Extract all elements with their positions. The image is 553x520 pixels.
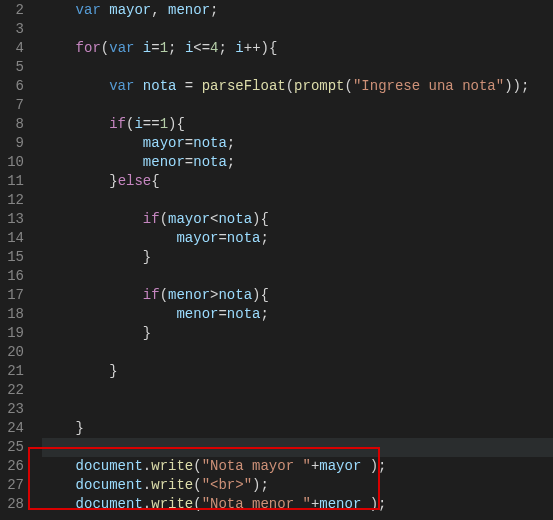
code-line[interactable]: document.write("Nota menor "+menor ); [42, 495, 553, 514]
code-line[interactable]: for(var i=1; i<=4; i++){ [42, 39, 553, 58]
line-number: 18 [0, 305, 24, 324]
line-number: 4 [0, 39, 24, 58]
line-number: 26 [0, 457, 24, 476]
code-line[interactable]: var mayor, menor; [42, 1, 553, 20]
code-line[interactable]: if(menor>nota){ [42, 286, 553, 305]
line-number: 19 [0, 324, 24, 343]
line-number: 10 [0, 153, 24, 172]
line-number: 14 [0, 229, 24, 248]
code-line[interactable]: menor=nota; [42, 305, 553, 324]
code-line[interactable]: mayor=nota; [42, 134, 553, 153]
code-line[interactable] [42, 191, 553, 210]
code-line[interactable] [42, 343, 553, 362]
line-number: 15 [0, 248, 24, 267]
line-number: 20 [0, 343, 24, 362]
line-number: 7 [0, 96, 24, 115]
code-line[interactable]: document.write("Nota mayor "+mayor ); [42, 457, 553, 476]
code-line-active[interactable] [42, 438, 553, 457]
line-number: 27 [0, 476, 24, 495]
code-area[interactable]: var mayor, menor; for(var i=1; i<=4; i++… [34, 0, 553, 520]
line-number: 25 [0, 438, 24, 457]
code-line[interactable] [42, 267, 553, 286]
line-number: 9 [0, 134, 24, 153]
line-number: 11 [0, 172, 24, 191]
code-line[interactable] [42, 96, 553, 115]
code-line[interactable] [42, 400, 553, 419]
code-line[interactable]: menor=nota; [42, 153, 553, 172]
code-line[interactable]: var nota = parseFloat(prompt("Ingrese un… [42, 77, 553, 96]
code-line[interactable]: }else{ [42, 172, 553, 191]
line-number: 2 [0, 1, 24, 20]
code-editor[interactable]: 2 3 4 5 6 7 8 9 10 11 12 13 14 15 16 17 … [0, 0, 553, 520]
line-number: 8 [0, 115, 24, 134]
line-number: 17 [0, 286, 24, 305]
line-number: 21 [0, 362, 24, 381]
line-number: 5 [0, 58, 24, 77]
line-number: 16 [0, 267, 24, 286]
line-number: 3 [0, 20, 24, 39]
code-line[interactable]: if(mayor<nota){ [42, 210, 553, 229]
code-line[interactable] [42, 20, 553, 39]
code-line[interactable]: } [42, 419, 553, 438]
code-line[interactable]: document.write("<br>"); [42, 476, 553, 495]
code-line[interactable]: } [42, 248, 553, 267]
line-number: 23 [0, 400, 24, 419]
code-line[interactable] [42, 58, 553, 77]
code-line[interactable]: } [42, 324, 553, 343]
line-number: 28 [0, 495, 24, 514]
line-number: 12 [0, 191, 24, 210]
line-number-gutter: 2 3 4 5 6 7 8 9 10 11 12 13 14 15 16 17 … [0, 0, 34, 520]
code-line[interactable] [42, 381, 553, 400]
line-number: 6 [0, 77, 24, 96]
line-number: 24 [0, 419, 24, 438]
line-number: 13 [0, 210, 24, 229]
line-number: 22 [0, 381, 24, 400]
code-line[interactable]: if(i==1){ [42, 115, 553, 134]
code-line[interactable]: } [42, 362, 553, 381]
code-line[interactable]: mayor=nota; [42, 229, 553, 248]
